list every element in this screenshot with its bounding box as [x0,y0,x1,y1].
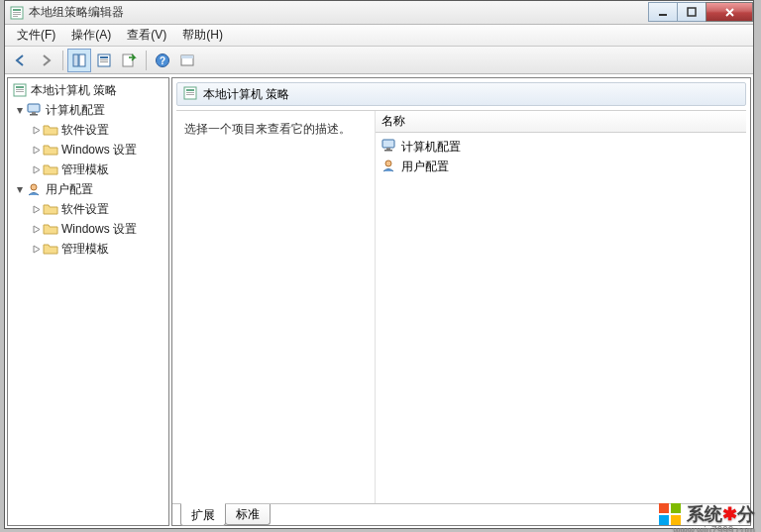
tree-pane-icon [71,53,87,68]
window-buttons [649,2,753,22]
tree-panel[interactable]: 本地计算机 策略 计算机配置 软件设置 [7,77,169,526]
tree-root[interactable]: 本地计算机 策略 [8,80,168,100]
svg-rect-8 [79,54,85,66]
toolbar: ? [5,47,753,74]
menu-bar: 文件(F) 操作(A) 查看(V) 帮助(H) [5,25,753,47]
tree-root-label: 本地计算机 策略 [31,82,117,99]
list-column: 名称 计算机配置 用户配置 [375,111,746,503]
properties-button[interactable] [92,49,116,72]
toolbar-separator [146,51,147,70]
computer-icon [381,139,397,156]
folder-icon [43,241,58,257]
expander-expand-icon[interactable] [30,203,42,215]
forward-arrow-icon [38,53,54,68]
column-header-name[interactable]: 名称 [376,111,746,133]
expander-collapse-icon[interactable] [14,104,26,116]
svg-rect-32 [384,150,392,152]
svg-rect-31 [386,148,390,150]
minimize-button[interactable] [648,2,678,22]
gpedit-window: 本地组策略编辑器 文件(F) 操作(A) 查看(V) 帮助(H) [4,0,754,529]
title-bar: 本地组策略编辑器 [5,1,753,25]
tree-user-windows[interactable]: Windows 设置 [8,219,168,239]
policy-doc-icon [183,86,197,103]
help-button[interactable]: ? [151,49,174,72]
policy-doc-icon [12,82,28,98]
svg-rect-28 [186,92,194,93]
tree-computer-software[interactable]: 软件设置 [8,120,168,140]
computer-icon [27,102,43,118]
list-item-computer[interactable]: 计算机配置 [378,137,744,157]
svg-rect-13 [123,54,133,66]
back-button[interactable] [9,49,33,72]
svg-rect-17 [181,55,193,58]
tree-computer-windows[interactable]: Windows 设置 [8,140,168,160]
svg-rect-10 [100,56,108,58]
tree-label: 管理模板 [61,161,109,178]
folder-icon [43,201,58,217]
list-items: 计算机配置 用户配置 [376,133,746,180]
expander-expand-icon[interactable] [30,144,42,156]
show-tree-button[interactable] [67,49,91,72]
svg-rect-24 [30,114,38,116]
tab-extended[interactable]: 扩展 [180,503,226,526]
tree-user-config[interactable]: 用户配置 [8,179,168,199]
tree-user-software[interactable]: 软件设置 [8,199,168,219]
menu-action[interactable]: 操作(A) [63,25,119,46]
expander-expand-icon[interactable] [30,223,42,235]
menu-file[interactable]: 文件(F) [9,25,63,46]
folder-icon [43,221,58,237]
toolbar-separator [62,51,63,70]
details-header: 本地计算机 策略 [176,82,746,106]
svg-rect-23 [32,112,36,114]
export-icon [121,53,137,68]
expander-expand-icon[interactable] [30,124,42,136]
description-text: 选择一个项目来查看它的描述。 [184,122,351,136]
expander-collapse-icon[interactable] [14,183,26,195]
filter-icon [179,53,195,68]
svg-rect-7 [73,54,78,66]
tree-label: 用户配置 [46,181,93,198]
filter-button[interactable] [175,49,199,72]
svg-rect-19 [16,86,24,88]
svg-point-25 [31,184,37,190]
list-item-label: 用户配置 [401,159,449,175]
details-body: 选择一个项目来查看它的描述。 名称 计算机配置 [176,110,746,503]
window-title: 本地组策略编辑器 [29,4,649,21]
user-icon [27,181,43,197]
close-icon [724,7,735,18]
expander-expand-icon[interactable] [30,163,42,175]
svg-text:?: ? [160,55,165,66]
list-item-user[interactable]: 用户配置 [378,157,744,176]
svg-rect-12 [100,61,108,62]
svg-rect-22 [28,104,40,112]
minimize-icon [658,7,668,17]
close-button[interactable] [706,2,753,22]
svg-rect-20 [16,89,24,90]
svg-rect-21 [16,91,24,92]
svg-rect-4 [13,16,18,17]
svg-point-33 [385,160,391,166]
description-column: 选择一个项目来查看它的描述。 [176,111,375,503]
expander-expand-icon[interactable] [30,243,42,255]
tree-user-admin[interactable]: 管理模板 [8,239,168,259]
svg-rect-27 [186,89,194,91]
maximize-button[interactable] [677,2,707,22]
watermark-dot-icon: ✱ [722,503,737,525]
tree-computer-admin[interactable]: 管理模板 [8,160,168,179]
details-panel: 本地计算机 策略 选择一个项目来查看它的描述。 名称 计算机 [171,77,751,526]
menu-help[interactable]: 帮助(H) [174,25,231,46]
svg-rect-3 [13,14,21,15]
forward-button[interactable] [34,49,57,72]
svg-rect-29 [186,94,194,95]
tab-standard[interactable]: 标准 [225,504,271,525]
tree-label: Windows 设置 [61,142,137,159]
properties-icon [96,53,112,68]
menu-view[interactable]: 查看(V) [119,25,174,46]
folder-icon [43,161,58,177]
tree-computer-config[interactable]: 计算机配置 [8,100,168,120]
svg-rect-30 [382,140,394,148]
export-button[interactable] [117,49,141,72]
watermark: 系统✱分 www.win7999.com [659,502,755,526]
tree-label: 管理模板 [61,241,109,258]
app-icon [9,5,25,21]
